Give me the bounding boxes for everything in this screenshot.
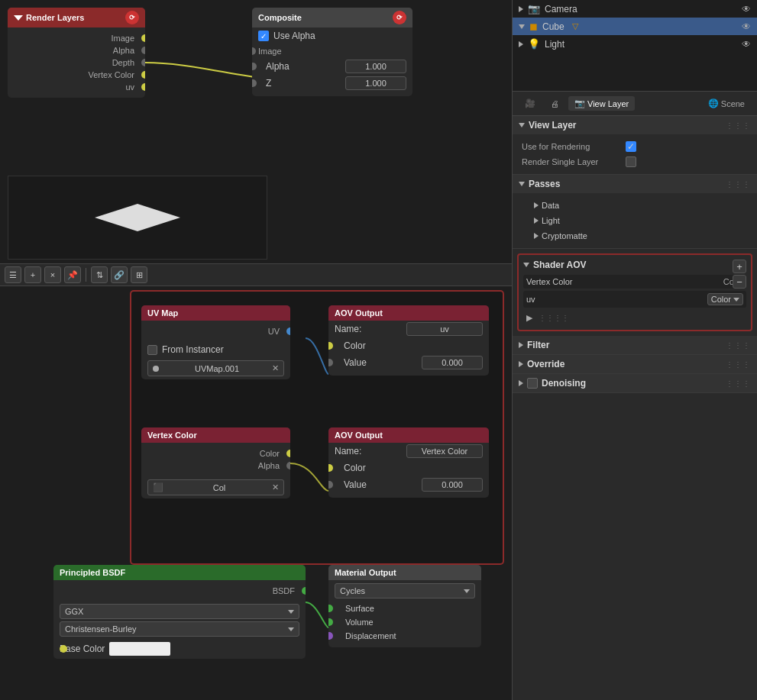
toolbar-grid-btn[interactable]: ⊞	[131, 266, 147, 283]
vc-col-input[interactable]: ⬛ Col ✕	[147, 479, 284, 495]
composite-image-label: Image	[252, 44, 412, 58]
cycles-select[interactable]: Cycles	[335, 583, 475, 598]
use-alpha-row[interactable]: ✓ Use Alpha	[252, 27, 412, 44]
filter-section-header[interactable]: Filter ⋮⋮⋮	[513, 336, 757, 354]
light-subsection-header[interactable]: Light	[522, 213, 748, 228]
override-section-header[interactable]: Override ⋮⋮⋮	[513, 355, 757, 373]
material-output-node[interactable]: Material Output Cycles Surface Volume Di…	[328, 565, 481, 647]
camera-visibility-icon[interactable]: 👁	[742, 4, 751, 15]
render-layers-body: Image Alpha Depth Vertex Color uv	[8, 27, 145, 98]
surface-input-label: Surface	[345, 604, 374, 613]
aov-add-btn[interactable]: +	[733, 260, 746, 273]
aov-vc-value-field[interactable]: 0.000	[422, 478, 483, 492]
aov-uv-row[interactable]: uv Color	[523, 291, 746, 308]
vc-alpha-output-row: Alpha	[147, 460, 284, 472]
composite-node[interactable]: Composite ⟳ ✓ Use Alpha Image Alpha 1.00…	[252, 8, 412, 96]
view-layer-section: View Layer ⋮⋮⋮ Use for Rendering ✓ Rende…	[513, 116, 757, 175]
use-for-rendering-label: Use for Rendering	[522, 142, 621, 151]
aov-remove-btn[interactable]: −	[733, 275, 746, 289]
cube-name: Cube	[542, 21, 565, 32]
properties-header: 🎥 🖨 📷 View Layer 🌐 Scene	[513, 92, 757, 116]
aov-uv-color-socket	[328, 342, 333, 350]
toolbar-new-btn[interactable]: +	[24, 266, 41, 283]
composite-image-socket	[252, 47, 256, 55]
aov-output-uv-title: AOV Output	[335, 308, 383, 318]
filter-section: Filter ⋮⋮⋮	[513, 336, 757, 355]
base-color-swatch[interactable]	[109, 642, 170, 656]
aov-uv-name-input[interactable]	[406, 322, 483, 336]
principled-header[interactable]: Principled BSDF	[53, 565, 306, 580]
cube-extra-icon: ▽	[572, 21, 578, 31]
output-uv-row: uv	[14, 81, 139, 93]
uv-map-header[interactable]: UV Map	[141, 305, 290, 321]
uvmap-clear-btn[interactable]: ✕	[272, 363, 279, 373]
aov-vc-color-socket	[328, 464, 333, 472]
vertex-color-node[interactable]: Vertex Color Color Alpha ⬛ Col ✕	[141, 427, 290, 498]
toolbar-view-btn[interactable]: ⇅	[91, 266, 108, 283]
material-output-title: Material Output	[335, 568, 396, 577]
composite-alpha-label: Alpha	[266, 61, 290, 72]
displacement-input-label: Displacement	[345, 631, 396, 640]
composite-header[interactable]: Composite ⟳	[252, 8, 412, 27]
aov-output-vc-header[interactable]: AOV Output	[328, 427, 489, 443]
denoising-section-header[interactable]: Denoising ⋮⋮⋮	[513, 374, 757, 392]
material-output-header[interactable]: Material Output	[328, 565, 481, 580]
props-tab-scene[interactable]: 🌐 Scene	[702, 96, 751, 111]
toolbar-close-btn[interactable]: ×	[44, 266, 61, 283]
data-subsection-header[interactable]: Data	[522, 198, 748, 213]
props-tab-viewlayer[interactable]: 📷 View Layer	[568, 96, 635, 111]
aov-output-vc-node[interactable]: AOV Output Name: Color Value 0.000	[328, 427, 489, 498]
aov-vc-name-input[interactable]	[406, 444, 483, 458]
uvmap-name-input[interactable]: UVMap.001 ✕	[147, 360, 284, 376]
scene-icon: 🌐	[708, 98, 719, 108]
cube-visibility-icon[interactable]: 👁	[742, 21, 751, 32]
uv-map-node[interactable]: UV Map UV From Instancer UVMap.001 ✕	[141, 305, 290, 379]
aov-uv-value-field[interactable]: 0.000	[422, 356, 483, 369]
composite-z-value[interactable]: 1.000	[345, 76, 406, 90]
use-alpha-checkbox[interactable]: ✓	[258, 31, 269, 41]
vertex-color-header[interactable]: Vertex Color	[141, 427, 290, 443]
aov-uv-type-dropdown[interactable]: Color	[707, 293, 743, 305]
uv-output-socket	[286, 327, 290, 335]
principled-bsdf-node[interactable]: Principled BSDF BSDF GGX Christensen-Bur…	[53, 565, 306, 659]
subsurface-select[interactable]: Christensen-Burley	[60, 621, 299, 637]
outliner-camera-row[interactable]: 📷 Camera 👁	[513, 0, 757, 18]
denoising-expand-icon	[519, 380, 523, 386]
light-visibility-icon[interactable]: 👁	[742, 39, 751, 50]
bsdf-output-row: BSDF	[60, 585, 299, 597]
props-tab-render[interactable]: 🎥	[519, 96, 542, 111]
node-editor: Render Layers ⟳ Image Alpha Depth Vertex…	[0, 0, 512, 700]
aov-add-new-row[interactable]: ▶ ⋮⋮⋮⋮	[523, 311, 746, 325]
aov-output-uv-header[interactable]: AOV Output	[328, 305, 489, 321]
aov-vc-color-row: Color	[328, 460, 489, 476]
render-layers-node[interactable]: Render Layers ⟳ Image Alpha Depth Vertex…	[8, 8, 145, 98]
aov-output-uv-node[interactable]: AOV Output Name: Color Value 0.000	[328, 305, 489, 376]
shader-aov-header[interactable]: Shader AOV	[523, 260, 746, 270]
render-single-layer-checkbox[interactable]	[626, 156, 636, 167]
composite-alpha-value[interactable]: 1.000	[345, 60, 406, 73]
cryptomatte-subsection-header[interactable]: Cryptomatte	[522, 228, 748, 244]
props-tab-output[interactable]: 🖨	[545, 97, 565, 111]
vc-col-name: Col	[213, 483, 226, 492]
from-instancer-checkbox[interactable]	[147, 345, 157, 355]
aov-vertex-color-row[interactable]: Vertex Color Color	[523, 275, 746, 289]
distribution-select[interactable]: GGX	[60, 604, 299, 619]
preview-area	[8, 176, 267, 260]
surface-input-socket	[328, 605, 333, 612]
view-layer-section-header[interactable]: View Layer ⋮⋮⋮	[513, 116, 757, 134]
toolbar-add-btn[interactable]: ☰	[5, 266, 21, 283]
aov-vc-name-label: Name:	[335, 446, 361, 456]
outliner-cube-row[interactable]: ◼ Cube ▽ 👁	[513, 18, 757, 35]
uv-output-label: UV	[268, 327, 280, 336]
displacement-input-socket	[328, 632, 333, 640]
denoising-checkbox[interactable]	[527, 378, 538, 389]
render-layers-header[interactable]: Render Layers ⟳	[8, 8, 145, 27]
passes-section-header[interactable]: Passes ⋮⋮⋮	[513, 175, 757, 193]
toolbar-pin-btn[interactable]: 📌	[64, 266, 81, 283]
toolbar-snap-btn[interactable]: 🔗	[111, 266, 128, 283]
output-depth-label: Depth	[112, 58, 134, 67]
use-for-rendering-checkbox[interactable]: ✓	[626, 141, 636, 152]
passes-expand-icon	[519, 182, 525, 186]
outliner-light-row[interactable]: 💡 Light 👁	[513, 35, 757, 53]
vc-clear-btn[interactable]: ✕	[272, 482, 279, 492]
